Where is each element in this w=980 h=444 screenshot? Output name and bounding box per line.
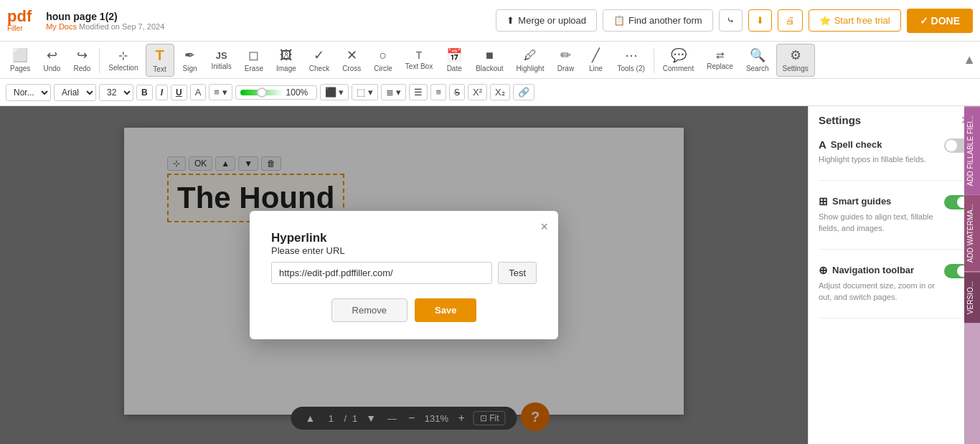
bold-button[interactable]: B: [136, 85, 153, 100]
erase-icon: ◻: [248, 47, 259, 63]
tool-cross[interactable]: ✕ Cross: [336, 44, 367, 77]
add-watermark-tab[interactable]: ADD WATERMA...: [964, 194, 980, 271]
tool-highlight[interactable]: 🖊 Highlight: [511, 44, 550, 77]
italic-button[interactable]: I: [156, 85, 168, 100]
modal-test-button[interactable]: Test: [498, 262, 537, 284]
tool-draw[interactable]: ✏ Draw: [551, 44, 580, 77]
print-icon: 🖨: [786, 15, 795, 26]
opacity-slider[interactable]: 100%: [235, 85, 317, 100]
tool-replace[interactable]: ⇄ Replace: [701, 44, 739, 77]
modal-actions: Remove Save: [271, 298, 537, 322]
tool-date[interactable]: 📅 Date: [440, 44, 468, 77]
search-icon: 🔍: [750, 47, 765, 63]
find-form-button[interactable]: 📋 Find another form: [603, 9, 713, 32]
font-style-select[interactable]: Nor...: [6, 84, 51, 101]
font-name-select[interactable]: Arial: [54, 84, 96, 101]
tool-search[interactable]: 🔍 Search: [740, 44, 775, 77]
tools-icon: ⋯: [625, 47, 638, 63]
tool-redo[interactable]: ↪ Redo: [67, 44, 96, 77]
sign-icon: ✒: [184, 47, 195, 63]
subscript-button[interactable]: X₂: [490, 84, 510, 100]
modal-close-button[interactable]: ×: [540, 219, 548, 235]
superscript-button[interactable]: X²: [468, 84, 487, 100]
modal-save-button[interactable]: Save: [415, 298, 476, 322]
tool-check[interactable]: ✓ Check: [303, 44, 335, 77]
tool-erase[interactable]: ◻ Erase: [239, 44, 269, 77]
trial-icon: ⭐: [819, 15, 831, 26]
navigation-toolbar-section: ⊕ Navigation toolbar Adjust document siz…: [819, 264, 970, 318]
redo-icon: ↪: [77, 47, 88, 63]
replace-icon: ⇄: [716, 49, 725, 61]
tool-selection[interactable]: ⊹ Selection: [103, 44, 143, 77]
font-size-select[interactable]: 32: [99, 84, 133, 101]
modal-url-row: Test: [271, 262, 537, 284]
modified-label: Modified on Sep 7, 2024: [79, 22, 164, 31]
tool-tools[interactable]: ⋯ Tools (2): [611, 44, 650, 77]
share-icon: ⤷: [727, 15, 735, 26]
modal-title: Hyperlink: [271, 231, 326, 245]
strikethrough-button[interactable]: S̶: [449, 84, 465, 100]
right-panel: Settings ✕ A Spell check Highlight typos…: [808, 106, 980, 444]
add-fillable-tab[interactable]: ADD FILLABLE FIEl...: [964, 106, 980, 194]
comment-icon: 💬: [671, 47, 687, 63]
cross-icon: ✕: [347, 47, 357, 63]
tool-textbox[interactable]: T Text Box: [400, 44, 438, 77]
navigation-toolbar-title: ⊕ Navigation toolbar: [819, 264, 938, 277]
tool-image[interactable]: 🖼 Image: [270, 44, 302, 77]
smart-guides-title: ⊞ Smart guides: [819, 195, 938, 208]
tool-line[interactable]: ╱ Line: [581, 44, 610, 77]
tool-initials[interactable]: JS Initials: [206, 44, 237, 77]
tool-comment[interactable]: 💬 Comment: [657, 44, 699, 77]
secondary-toolbar: Nor... Arial 32 B I U A ≡ ▾ 100% ⬛ ▾ ⬚ ▾…: [0, 79, 980, 106]
image-icon: 🖼: [280, 48, 293, 63]
navigation-toolbar-icon: ⊕: [819, 264, 828, 277]
underline-button[interactable]: U: [171, 85, 187, 100]
smart-guides-icon: ⊞: [819, 195, 828, 208]
link-button[interactable]: 🔗: [513, 84, 534, 100]
tool-pages[interactable]: ⬜ Pages: [4, 44, 36, 77]
tool-sign[interactable]: ✒ Sign: [176, 44, 204, 77]
my-docs-link[interactable]: My Docs: [46, 22, 77, 31]
app-logo[interactable]: pdfFiller: [7, 9, 32, 32]
bullet-list-button[interactable]: ☰: [409, 84, 428, 100]
modal-url-input[interactable]: [271, 262, 492, 284]
modal-url-label: Please enter URL: [271, 245, 537, 256]
spell-check-title: A Spell check: [819, 138, 926, 151]
download-button[interactable]: ⬇: [748, 9, 772, 32]
print-button[interactable]: 🖨: [778, 9, 803, 32]
paragraph-align-button[interactable]: ⬛ ▾: [320, 84, 349, 100]
navigation-toolbar-row: ⊕ Navigation toolbar Adjust document siz…: [819, 264, 970, 303]
smart-guides-row: ⊞ Smart guides Show guides to align text…: [819, 195, 970, 235]
doc-name: houn page 1(2): [46, 11, 164, 22]
share-button[interactable]: ⤷: [719, 9, 743, 32]
trial-button[interactable]: ⭐ Start free trial: [809, 9, 901, 32]
modal-overlay: Hyperlink × Please enter URL Test Remove…: [0, 106, 808, 444]
line-spacing-button[interactable]: ≣ ▾: [381, 84, 407, 100]
text-align-button[interactable]: ≡ ▾: [209, 84, 232, 100]
download-icon: ⬇: [756, 15, 764, 26]
done-button[interactable]: ✓ DONE: [907, 9, 973, 33]
spell-check-desc: Highlight typos in fillable fields.: [819, 153, 926, 166]
navigation-toolbar-desc: Adjust document size, zoom in or out, an…: [819, 280, 938, 303]
tool-settings[interactable]: ⚙ Settings: [776, 44, 815, 77]
check-icon: ✓: [314, 47, 324, 63]
smart-guides-section: ⊞ Smart guides Show guides to align text…: [819, 195, 970, 250]
modal-remove-button[interactable]: Remove: [331, 298, 407, 322]
draw-icon: ✏: [560, 47, 571, 63]
initials-icon: JS: [216, 50, 227, 61]
tool-text[interactable]: T Text: [146, 44, 174, 77]
tool-undo[interactable]: ↩ Undo: [37, 44, 66, 77]
version-tab[interactable]: VERSIO...: [964, 272, 980, 323]
spell-check-row: A Spell check Highlight typos in fillabl…: [819, 138, 970, 166]
collapse-toolbar-button[interactable]: ▲: [963, 52, 976, 67]
text-color-button[interactable]: A: [190, 84, 207, 100]
merge-upload-button[interactable]: ⬆ Merge or upload: [496, 9, 597, 32]
tool-blackout[interactable]: ■ Blackout: [470, 44, 509, 77]
doc-meta: My Docs Modified on Sep 7, 2024: [46, 22, 164, 31]
numbered-list-button[interactable]: ≡: [430, 84, 446, 100]
find-form-icon: 📋: [613, 15, 625, 26]
highlight-icon: 🖊: [524, 48, 537, 63]
tool-circle[interactable]: ○ Circle: [368, 44, 398, 77]
vertical-align-button[interactable]: ⬚ ▾: [352, 84, 378, 100]
spell-check-section: A Spell check Highlight typos in fillabl…: [819, 138, 970, 181]
